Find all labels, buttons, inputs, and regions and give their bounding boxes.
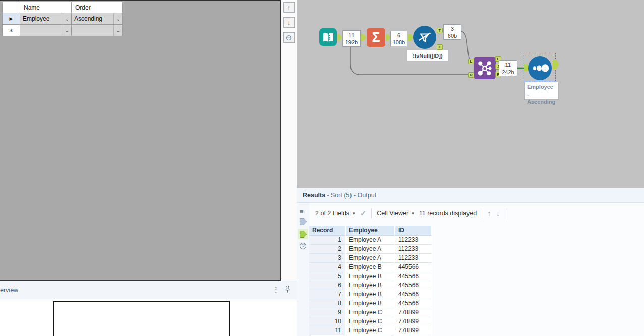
help-icon[interactable]: ?: [300, 243, 306, 249]
data-cell[interactable]: 445566: [395, 272, 432, 281]
name-dropdown[interactable]: Employee ⌄: [20, 13, 71, 24]
order-dropdown-new[interactable]: ⌄: [72, 25, 122, 36]
data-cell[interactable]: Employee B: [345, 272, 395, 281]
table-row[interactable]: 4Employee B445566: [309, 262, 432, 272]
summarize-record-count-annotation[interactable]: 6108b: [390, 31, 407, 46]
data-cell[interactable]: 778899: [395, 308, 432, 317]
record-number-cell[interactable]: 1: [309, 235, 345, 244]
pin-icon[interactable]: [284, 285, 291, 295]
table-row[interactable]: 2Employee A112233: [309, 244, 432, 253]
join-tool[interactable]: [474, 57, 496, 79]
data-cell[interactable]: Employee A: [345, 244, 395, 253]
table-row[interactable]: 9Employee C778899: [309, 308, 432, 317]
data-cell[interactable]: 445566: [395, 290, 432, 299]
workflow-canvas[interactable]: 11192b Σ 6108b T F 360b !IsNull([ID]): [297, 0, 644, 188]
overview-viewport-rect[interactable]: [53, 301, 230, 336]
filter-expression-annotation[interactable]: !IsNull([ID]): [407, 50, 448, 61]
sort-configuration-panel: Name Order ▶ Employee ⌄ Ascending ⌄ ∗ ⌄: [0, 0, 281, 281]
column-header-employee[interactable]: Employee: [345, 226, 395, 235]
data-cell[interactable]: 445566: [395, 281, 432, 290]
record-number-cell[interactable]: 2: [309, 244, 345, 253]
column-header-record[interactable]: Record: [309, 226, 345, 235]
table-row[interactable]: 7Employee B445566: [309, 290, 432, 299]
join-record-count-annotation[interactable]: 11242b: [499, 60, 517, 76]
table-row[interactable]: 3Employee A112233: [309, 253, 432, 262]
table-row[interactable]: 10Employee C778899: [309, 317, 432, 326]
output-anchor[interactable]: [386, 34, 390, 41]
true-output-anchor[interactable]: T: [437, 28, 443, 33]
name-dropdown-new-value: [20, 25, 63, 36]
results-panel-header: Results - Sort (5) - Output: [297, 188, 644, 203]
chevron-down-icon[interactable]: ⌄: [63, 25, 71, 36]
data-cell[interactable]: Employee B: [345, 281, 395, 290]
table-row[interactable]: 1Employee A112233: [309, 235, 432, 244]
chevron-down-icon[interactable]: ▾: [412, 211, 414, 216]
record-number-cell[interactable]: 10: [309, 317, 345, 326]
data-cell[interactable]: Employee C: [345, 308, 395, 317]
table-row[interactable]: 6Employee B445566: [309, 281, 432, 290]
output-anchor[interactable]: [337, 34, 342, 41]
data-cell[interactable]: 112233: [395, 235, 432, 244]
data-cell[interactable]: 445566: [395, 299, 432, 308]
move-down-button[interactable]: ↓: [283, 17, 295, 28]
chevron-down-icon[interactable]: ⌄: [113, 13, 122, 24]
kebab-menu-icon[interactable]: ⋮: [272, 285, 280, 294]
record-number-cell[interactable]: 7: [309, 290, 345, 299]
table-row[interactable]: 11Employee C778899: [309, 326, 432, 335]
input-anchor-view-icon[interactable]: [300, 218, 307, 225]
chevron-down-icon[interactable]: ▾: [353, 211, 355, 216]
column-header-id[interactable]: ID: [395, 226, 432, 235]
record-number-cell[interactable]: 8: [309, 299, 345, 308]
output-anchor[interactable]: [553, 60, 559, 69]
table-row[interactable]: 8Employee B445566: [309, 299, 432, 308]
filter-tool[interactable]: [413, 26, 436, 49]
column-header-order[interactable]: Order: [72, 2, 122, 13]
join-left-input-anchor[interactable]: L: [468, 59, 474, 64]
record-number-cell[interactable]: 11: [309, 326, 345, 335]
data-cell[interactable]: 445566: [395, 262, 432, 272]
check-icon[interactable]: ✓: [360, 209, 367, 218]
order-dropdown[interactable]: Ascending ⌄: [72, 13, 122, 24]
input-anchor[interactable]: [361, 34, 366, 41]
join-right-input-anchor[interactable]: R: [468, 72, 474, 78]
filter-true-count-annotation[interactable]: 360b: [443, 24, 461, 40]
data-cell[interactable]: Employee B: [345, 262, 395, 272]
data-cell[interactable]: 778899: [395, 317, 432, 326]
scroll-down-icon[interactable]: ↓: [496, 209, 500, 217]
name-dropdown-new[interactable]: ⌄: [20, 25, 71, 36]
data-cell[interactable]: 778899: [395, 326, 432, 335]
summarize-tool[interactable]: Σ: [367, 28, 385, 47]
data-cell[interactable]: Employee B: [345, 290, 395, 299]
row-selector-icon[interactable]: ▶: [3, 13, 20, 24]
scroll-up-icon[interactable]: ↑: [487, 209, 491, 217]
column-header-name[interactable]: Name: [20, 2, 71, 13]
data-cell[interactable]: Employee B: [345, 299, 395, 308]
data-cell[interactable]: 112233: [395, 253, 432, 262]
record-number-cell[interactable]: 3: [309, 253, 345, 262]
chevron-down-icon[interactable]: ⌄: [63, 13, 71, 24]
data-cell[interactable]: Employee A: [345, 253, 395, 262]
record-number-cell[interactable]: 4: [309, 262, 345, 272]
data-cell[interactable]: Employee C: [345, 317, 395, 326]
input-data-tool[interactable]: [319, 28, 337, 46]
remove-field-button[interactable]: ⊖: [283, 32, 295, 43]
fields-dropdown[interactable]: 2 of 2 Fields: [315, 210, 349, 217]
false-output-anchor[interactable]: F: [437, 44, 443, 50]
table-row[interactable]: 5Employee B445566: [309, 272, 432, 281]
record-number-cell[interactable]: 9: [309, 308, 345, 317]
record-number-cell[interactable]: 5: [309, 272, 345, 281]
data-cell[interactable]: Employee C: [345, 326, 395, 335]
sort-tool[interactable]: [528, 56, 552, 80]
results-title: Results: [303, 192, 325, 199]
record-number-cell[interactable]: 6: [309, 281, 345, 290]
input-record-count-annotation[interactable]: 11192b: [342, 30, 361, 47]
input-anchor[interactable]: [408, 34, 413, 41]
chevron-down-icon[interactable]: ⌄: [113, 25, 122, 36]
data-cell[interactable]: Employee A: [345, 235, 395, 244]
move-up-button[interactable]: ↑: [283, 2, 295, 13]
new-row-icon[interactable]: ∗: [3, 25, 20, 36]
sort-tool-annotation[interactable]: Employee - Ascending: [524, 82, 559, 100]
data-cell[interactable]: 112233: [395, 244, 432, 253]
metadata-list-icon[interactable]: ≡: [300, 208, 304, 215]
cell-viewer-dropdown[interactable]: Cell Viewer: [377, 210, 408, 217]
